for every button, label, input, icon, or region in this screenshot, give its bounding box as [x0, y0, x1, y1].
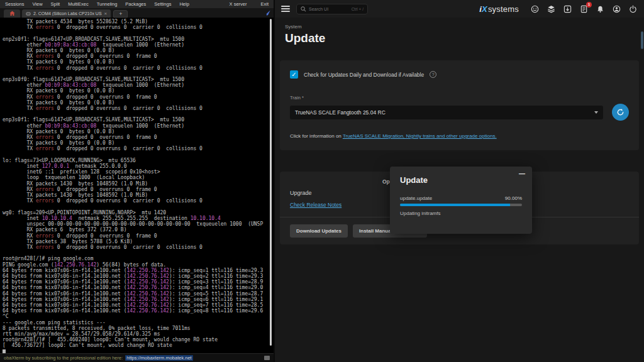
download-updates-button[interactable]: Download Updates	[290, 224, 348, 238]
truecommand-icon[interactable]	[547, 4, 556, 14]
jobs-icon[interactable]: 1	[579, 4, 589, 14]
terminal-line: ^C	[3, 314, 274, 319]
terminal-line: 64 bytes from kix07s06-in-f14.1e100.net …	[3, 302, 274, 308]
menu-items-left: SessionsViewSplitMultiExecTunnelingPacka…	[5, 1, 189, 7]
terminal-line: RX errors 0 dropped 0 overruns 0 frame 0	[3, 134, 274, 140]
mobaxterm-statusbar: obaXterm by subscribing to the professio…	[0, 353, 274, 362]
refresh-button[interactable]	[612, 104, 629, 121]
terminal-line: RX errors 0 dropped 0 overruns 0 frame 0	[3, 53, 274, 59]
menu-item[interactable]: X server	[230, 1, 247, 7]
tab-com4[interactable]: 2. COM4 (Silicon Labs CP210x US ×	[22, 9, 111, 18]
update-settings-card: ✓ Check for Updates Daily and Download i…	[280, 60, 639, 150]
power-icon[interactable]	[628, 4, 638, 14]
terminal-line: PING google.com (142.250.76.142) 56(84) …	[3, 262, 274, 268]
daily-check-label: Check for Updates Daily and Download if …	[304, 72, 424, 78]
search-icon	[301, 6, 306, 12]
search-box[interactable]: Ctrl + /	[296, 4, 368, 14]
terminal-scrollbar[interactable]	[270, 19, 272, 346]
menu-items-right: X serverExit	[230, 1, 269, 7]
terminal-line	[3, 204, 274, 210]
help-icon[interactable]: ?	[430, 71, 436, 78]
tab-close-icon[interactable]: ×	[104, 11, 108, 16]
feedback-smiley-icon[interactable]	[530, 4, 540, 14]
upgrade-info-link[interactable]: TrueNAS SCALE Migration, Nightly trains …	[343, 133, 497, 139]
terminal-line	[3, 71, 274, 77]
home-tab[interactable]	[4, 9, 20, 18]
page-scrollbar[interactable]	[641, 31, 643, 49]
terminal-line: RX packets 0 bytes 0 (0.0 B)	[3, 129, 274, 134]
terminal-line: TX packets 0 bytes 0 (0.0 B)	[3, 100, 274, 106]
job-status: Updating initramfs	[400, 211, 522, 216]
terminal-line: 64 bytes from kix07s06-in-f14.1e100.net …	[3, 308, 274, 314]
train-select[interactable]: TrueNAS SCALE Fangtooth 25.04 RC	[290, 106, 603, 119]
terminal-line: TX errors 0 dropped 0 overruns 0 carrier…	[3, 198, 274, 204]
terminal-line: [ 456.736727] loop0: Can't mount, would …	[3, 343, 274, 348]
tab-title: 2. COM4 (Silicon Labs CP210x US	[33, 11, 102, 16]
terminal-line: 64 bytes from kix07s06-in-f14.1e100.net …	[3, 268, 274, 273]
pen-icon[interactable]	[264, 9, 271, 16]
search-shortcut: Ctrl + /	[352, 7, 364, 11]
terminal-line: 64 bytes from kix07s06-in-f14.1e100.net …	[3, 291, 274, 297]
terminal-line: RX errors 0 dropped 0 overruns 0 frame 0	[3, 94, 274, 100]
app-topbar: Ctrl + / iXsystems	[275, 0, 644, 18]
chevron-down-icon	[594, 111, 598, 114]
terminal-line: inet 10.10.10.4 netmask 255.255.255.255 …	[3, 216, 274, 221]
alerts-bell-icon[interactable]	[596, 4, 605, 14]
info-prefix: Click for information on	[290, 133, 343, 139]
terminal-line	[3, 349, 274, 353]
progress-bar-fill	[400, 204, 510, 206]
terminal-line: RX packets 0 bytes 0 (0.0 B)	[3, 88, 274, 94]
search-input[interactable]	[309, 7, 349, 11]
terminal-line: 64 bytes from kix07s06-in-f14.1e100.net …	[3, 297, 274, 302]
mobaxterm-menubar: SessionsViewSplitMultiExecTunnelingPacka…	[0, 0, 274, 8]
terminal-line: TX packets 38 bytes 5788 (5.6 KiB)	[3, 239, 274, 244]
terminal-line: TX packets 0 bytes 0 (0.0 B)	[3, 59, 274, 65]
terminal-line: TX errors 0 dropped 0 overruns 0 carrier…	[3, 146, 274, 151]
menu-item[interactable]: Split	[51, 1, 60, 7]
terminal-line: loop txqueuelen 1000 (Local Loopback)	[3, 175, 274, 180]
menu-icon[interactable]	[281, 6, 290, 12]
menu-item[interactable]: Help	[179, 1, 189, 7]
job-name: update.update	[400, 195, 432, 201]
statusbar-link[interactable]: https://mobaxterm.mobatek.net	[125, 355, 192, 361]
account-icon[interactable]	[612, 4, 621, 14]
terminal-line	[3, 111, 274, 117]
breadcrumb[interactable]: System	[285, 24, 634, 30]
menu-item[interactable]: Settings	[154, 1, 171, 7]
new-tab-button[interactable]: +	[113, 10, 128, 18]
terminal-line: TX errors 0 dropped 0 overruns 0 carrier…	[3, 244, 274, 250]
terminal-line: ether b0:b9:8a:43:cb:08 txqueuelen 1000 …	[3, 123, 274, 129]
terminal-line: wg0: flags=209<UP,POINTOPOINT,RUNNING,NO…	[3, 210, 274, 216]
terminal-line: enp3s0f0: flags=6147<UP,BROADCAST,SLAVE,…	[3, 77, 274, 82]
menu-item[interactable]: View	[32, 1, 42, 7]
train-select-value: TrueNAS SCALE Fangtooth 25.04 RC	[295, 109, 594, 116]
terminal-line	[3, 152, 274, 158]
terminal-line: inet 127.0.0.1 netmask 255.0.0.0	[3, 163, 274, 169]
truenas-app: Ctrl + / iXsystems	[275, 0, 644, 362]
job-percent: 90.00%	[505, 195, 522, 201]
terminal-line: TX errors 0 dropped 0 overruns 0 carrier…	[3, 106, 274, 111]
upgrade-info-line: Click for information on TrueNAS SCALE M…	[290, 133, 629, 139]
menu-item[interactable]: MultiExec	[68, 1, 89, 7]
menu-item[interactable]: Packages	[125, 1, 146, 7]
check-release-notes-link[interactable]: Check Release Notes	[290, 202, 341, 208]
terminal-line: RX packets 0 bytes 0 (0.0 B)	[3, 48, 274, 53]
terminal-line	[3, 250, 274, 256]
update-progress-dialog: Update — update.update 90.00% Updating i…	[390, 167, 532, 234]
menu-item[interactable]: Tunneling	[97, 1, 118, 7]
terminal-output[interactable]: TX packets 4534 bytes 5528632 (5.2 MiB) …	[0, 18, 274, 353]
menu-item[interactable]: Sessions	[5, 1, 24, 7]
minimize-button[interactable]: —	[519, 170, 525, 177]
page-title: Update	[285, 31, 634, 45]
terminal-line: enp3s0f1: flags=6147<UP,BROADCAST,SLAVE,…	[3, 117, 274, 123]
terminal-line: TX errors 0 dropped 0 overruns 0 carrier…	[3, 65, 274, 71]
terminal-line: RX errors 0 dropped 0 overruns 0 frame 0	[3, 187, 274, 192]
menu-item[interactable]: Exit	[260, 1, 269, 7]
update-available-icon[interactable]	[563, 4, 572, 14]
terminal-line: root@rn428[/]# [ 455.460240] loop0: Can'…	[3, 337, 274, 343]
terminal-line: 64 bytes from kix07s06-in-f14.1e100.net …	[3, 285, 274, 290]
terminal-line: ether b0:b9:8a:43:cb:08 txqueuelen 1000 …	[3, 82, 274, 88]
daily-check-checkbox[interactable]: ✓	[290, 70, 298, 79]
mobaxterm-window: SessionsViewSplitMultiExecTunnelingPacka…	[0, 0, 275, 362]
terminal-line: RX packets 6 bytes 372 (372.0 B)	[3, 227, 274, 233]
